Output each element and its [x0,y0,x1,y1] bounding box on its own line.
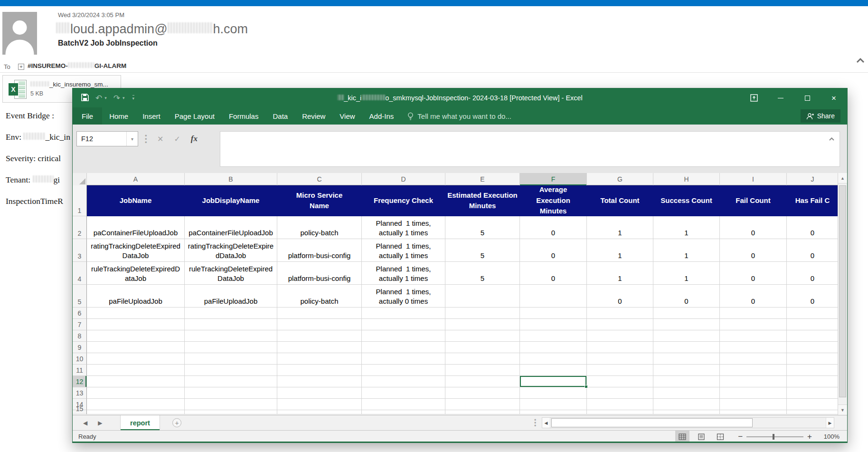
cell-A6[interactable] [87,308,185,319]
next-sheet-icon[interactable]: ▶ [98,420,102,426]
cell-F3[interactable]: 0 [520,239,587,262]
cell-B9[interactable] [185,342,277,353]
page-layout-view-button[interactable] [694,431,708,442]
zoom-slider-thumb[interactable] [773,434,774,440]
scroll-up-icon[interactable]: ▲ [838,173,847,183]
zoom-in-icon[interactable]: + [807,432,812,442]
cell-I8[interactable] [720,330,787,342]
collapse-formula-bar-icon[interactable] [829,135,835,143]
cell-B11[interactable] [185,365,277,376]
cell-A14[interactable] [87,399,185,410]
cell-E11[interactable] [445,365,520,376]
cell-C15[interactable] [277,410,362,414]
cell-F2[interactable]: 0 [520,216,587,239]
row-header-2[interactable]: 2 [73,216,87,239]
row-header-9[interactable]: 9 [73,342,87,353]
cell-E7[interactable] [445,319,520,330]
cell-B4[interactable]: ruleTrackingDeleteExpiredDataJob [185,262,277,285]
cell-C2[interactable]: policy-batch [277,216,362,239]
cell-J3[interactable]: 0 [787,239,839,262]
column-header-c[interactable]: C [277,173,362,185]
cell-F7[interactable] [520,319,587,330]
cell-I6[interactable] [720,308,787,319]
scrollbar-resize-handle[interactable]: ••• [534,419,536,427]
cell-D14[interactable] [362,399,445,410]
zoom-out-icon[interactable]: − [738,432,743,442]
cell-D11[interactable] [362,365,445,376]
column-header-a[interactable]: A [87,173,185,185]
cell-C13[interactable] [277,387,362,399]
row-header-6[interactable]: 6 [73,308,87,319]
recipient[interactable]: #INSUREMO-GI-ALARM [28,62,126,69]
cell-H12[interactable] [653,376,720,387]
cell-C6[interactable] [277,308,362,319]
zoom-slider[interactable] [746,436,803,437]
undo-dropdown-icon[interactable]: ▾ [104,96,107,100]
row-header-10[interactable]: 10 [73,353,87,365]
cell-I2[interactable]: 0 [720,216,787,239]
cell-J6[interactable] [787,308,839,319]
cell-I9[interactable] [720,342,787,353]
cell-I5[interactable]: 0 [720,285,787,308]
tell-me-box[interactable]: Tell me what you want to do... [401,107,518,125]
save-icon[interactable] [81,94,89,103]
cell-I12[interactable] [720,376,787,387]
cell-F12[interactable] [520,376,587,387]
share-button[interactable]: Share [801,109,840,123]
cell-E1[interactable]: Estimated Execution Minutes [445,185,520,216]
cell-B12[interactable] [185,376,277,387]
fill-handle[interactable] [585,385,588,388]
cell-J13[interactable] [787,387,839,399]
cell-G15[interactable] [587,410,653,414]
cell-D4[interactable]: Planned 1 times, actually 1 times [362,262,445,285]
ribbon-tab-page-layout[interactable]: Page Layout [168,107,222,125]
cell-A1[interactable]: JobName [87,185,185,216]
cell-A11[interactable] [87,365,185,376]
name-box-dropdown-icon[interactable]: ▾ [126,132,138,146]
row-header-13[interactable]: 13 [73,387,87,399]
cell-J4[interactable]: 0 [787,262,839,285]
cell-B13[interactable] [185,387,277,399]
column-header-b[interactable]: B [185,173,277,185]
vertical-scrollbar-thumb[interactable] [839,185,846,397]
cell-J12[interactable] [787,376,839,387]
cell-D9[interactable] [362,342,445,353]
ribbon-tab-data[interactable]: Data [265,107,295,125]
cell-B14[interactable] [185,399,277,410]
cell-I1[interactable]: Fail Count [720,185,787,216]
cell-H8[interactable] [653,330,720,342]
cell-G2[interactable]: 1 [587,216,653,239]
cell-G13[interactable] [587,387,653,399]
ribbon-tab-formulas[interactable]: Formulas [222,107,266,125]
cell-G14[interactable] [587,399,653,410]
cell-H3[interactable]: 1 [653,239,720,262]
maximize-button[interactable] [794,88,821,107]
cell-C8[interactable] [277,330,362,342]
cell-D10[interactable] [362,353,445,365]
row-header-5[interactable]: 5 [73,285,87,308]
cell-H11[interactable] [653,365,720,376]
cell-H5[interactable]: 0 [653,285,720,308]
cell-E3[interactable]: 5 [445,239,520,262]
cell-F14[interactable] [520,399,587,410]
column-header-h[interactable]: H [653,173,720,185]
collapse-header-icon[interactable] [856,57,865,64]
scroll-left-icon[interactable]: ◀ [542,418,550,428]
cell-A4[interactable]: ruleTrackingDeleteExpiredDataJob [87,262,185,285]
cell-D7[interactable] [362,319,445,330]
cell-B15[interactable] [185,410,277,414]
cell-H6[interactable] [653,308,720,319]
ribbon-tab-view[interactable]: View [332,107,362,125]
row-header-1[interactable]: 1 [73,185,87,216]
insert-function-icon[interactable]: fx [191,134,198,144]
cell-B7[interactable] [185,319,277,330]
cell-E9[interactable] [445,342,520,353]
cell-H9[interactable] [653,342,720,353]
cell-G11[interactable] [587,365,653,376]
cell-C11[interactable] [277,365,362,376]
cell-G9[interactable] [587,342,653,353]
cell-J14[interactable] [787,399,839,410]
cell-C9[interactable] [277,342,362,353]
cell-G3[interactable]: 1 [587,239,653,262]
row-header-11[interactable]: 11 [73,365,87,376]
